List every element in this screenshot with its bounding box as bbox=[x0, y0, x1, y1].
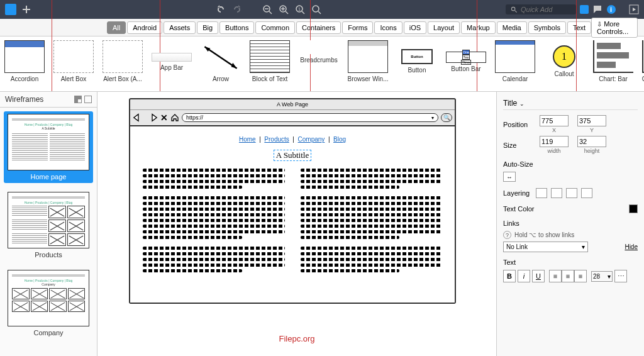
present-button[interactable] bbox=[629, 4, 639, 14]
link-target-select[interactable]: No Link▾ bbox=[503, 242, 588, 252]
search-field-icon: 🔍 bbox=[441, 113, 452, 122]
pos-x-input[interactable] bbox=[540, 115, 569, 126]
library-label: Button bbox=[392, 67, 441, 74]
bold-button[interactable]: B bbox=[503, 270, 516, 282]
app-menu-button[interactable] bbox=[5, 4, 16, 15]
zoom-fit-button[interactable] bbox=[311, 4, 321, 14]
bring-front-button[interactable] bbox=[551, 188, 562, 198]
filter-tab-buttons[interactable]: Buttons bbox=[219, 21, 254, 34]
browser-window-mockup[interactable]: A Web Page ✕ https:// 🔍 Home | Products … bbox=[129, 98, 456, 304]
library-item-alert-box-a-[interactable]: Alert Box (A... bbox=[98, 36, 147, 91]
redo-button[interactable] bbox=[232, 4, 242, 14]
filter-tab-all[interactable]: All bbox=[107, 21, 126, 34]
library-item-app-bar[interactable]: App Bar bbox=[147, 36, 196, 91]
library-label: Calendar bbox=[491, 75, 540, 82]
library-item-block-of-text[interactable]: Block of Text bbox=[245, 36, 294, 91]
info-icon[interactable]: i bbox=[606, 4, 616, 14]
filter-tab-assets[interactable]: Assets bbox=[164, 21, 196, 34]
width-input[interactable] bbox=[540, 136, 569, 147]
close-x-icon: ✕ bbox=[160, 113, 168, 123]
panel-toggle-1[interactable] bbox=[580, 5, 589, 14]
text-color-label: Text Color bbox=[503, 205, 535, 213]
subtitle-selected-element[interactable]: A Subtitle bbox=[274, 150, 311, 161]
quick-add-search[interactable] bbox=[506, 4, 576, 14]
library-label: Browser Win... bbox=[343, 75, 392, 82]
library-label: Breadcrumbs bbox=[294, 57, 343, 64]
filter-tab-common[interactable]: Common bbox=[255, 21, 295, 34]
italic-button[interactable]: i bbox=[518, 270, 530, 282]
comments-icon[interactable] bbox=[592, 4, 602, 14]
text-color-swatch[interactable] bbox=[629, 204, 638, 213]
size-label: Size bbox=[503, 142, 535, 149]
library-label: Alert Box bbox=[49, 75, 98, 82]
canvas-area[interactable]: A Web Page ✕ https:// 🔍 Home | Products … bbox=[97, 92, 496, 356]
top-toolbar: 1 i bbox=[0, 0, 644, 19]
library-item-button[interactable]: ButtonButton bbox=[392, 36, 441, 91]
send-back-button[interactable] bbox=[581, 188, 592, 198]
align-center-button[interactable]: ≡ bbox=[562, 270, 574, 282]
zoom-out-button[interactable] bbox=[262, 4, 272, 14]
zoom-in-button[interactable] bbox=[279, 4, 289, 14]
more-controls-label: More Controls... bbox=[597, 20, 628, 35]
links-hint: Hold ⌥ to show links bbox=[514, 231, 574, 238]
library-item-arrow[interactable]: Arrow bbox=[196, 36, 245, 91]
prop-element-title[interactable]: Title ⌄ bbox=[503, 97, 638, 110]
ui-library-strip: AccordionAlert BoxAlert Box (A...App Bar… bbox=[0, 36, 644, 92]
layering-label: Layering bbox=[503, 189, 530, 197]
pos-y-input[interactable] bbox=[577, 115, 606, 126]
filter-tab-forms[interactable]: Forms bbox=[342, 21, 373, 34]
wireframe-item-company[interactable]: Home | Products | Company | BlogCompanyC… bbox=[4, 267, 93, 339]
text-options-button[interactable]: ⋯ bbox=[614, 270, 627, 282]
list-view-icon[interactable] bbox=[84, 96, 92, 103]
wireframe-item-products[interactable]: Home | Products | Company | BlogProducts bbox=[4, 189, 93, 261]
grid-view-icon[interactable] bbox=[74, 96, 82, 103]
new-tab-button[interactable] bbox=[21, 4, 31, 14]
library-item-accordion[interactable]: Accordion bbox=[0, 36, 49, 91]
library-label: Button Bar bbox=[441, 65, 491, 72]
filter-tab-text[interactable]: Text bbox=[567, 21, 591, 34]
filter-tab-layout[interactable]: Layout bbox=[428, 21, 460, 34]
autosize-button[interactable]: ↔ bbox=[503, 172, 516, 182]
filter-tab-icons[interactable]: Icons bbox=[374, 21, 402, 34]
forward-arrow-icon bbox=[147, 113, 158, 123]
library-item-alert-box[interactable]: Alert Box bbox=[49, 36, 98, 91]
bring-forward-button[interactable] bbox=[536, 188, 547, 198]
help-icon[interactable]: ? bbox=[503, 231, 511, 239]
library-item-callout[interactable]: 1Callout bbox=[540, 36, 589, 91]
svg-point-4 bbox=[313, 6, 319, 12]
library-item-calendar[interactable]: Calendar bbox=[491, 36, 540, 91]
zoom-actual-button[interactable]: 1 bbox=[295, 4, 305, 14]
back-arrow-icon bbox=[133, 113, 144, 123]
hide-link[interactable]: Hide bbox=[625, 243, 638, 250]
send-backward-button[interactable] bbox=[566, 188, 577, 198]
wireframe-item-home-page[interactable]: Home | Products | Company | BlogA Subtit… bbox=[4, 111, 93, 183]
library-label: Block of Text bbox=[245, 75, 294, 82]
align-right-button[interactable]: ≡ bbox=[574, 270, 587, 282]
nav-link[interactable]: Products bbox=[264, 136, 289, 143]
filter-tab-symbols[interactable]: Symbols bbox=[528, 21, 566, 34]
svg-text:1: 1 bbox=[298, 7, 301, 11]
library-label: Chart: Column bbox=[638, 75, 644, 82]
filter-tab-markup[interactable]: Markup bbox=[461, 21, 496, 34]
undo-button[interactable] bbox=[216, 4, 226, 14]
library-item-breadcrumbs[interactable]: Breadcrumbs bbox=[294, 36, 343, 91]
library-item-chart-column[interactable]: Chart: Column bbox=[638, 36, 644, 91]
filter-tab-ios[interactable]: iOS bbox=[404, 21, 426, 34]
nav-link[interactable]: Company bbox=[298, 136, 325, 143]
library-item-button-bar[interactable]: OneTwoThreeButton Bar bbox=[441, 36, 491, 91]
filter-tab-containers[interactable]: Containers bbox=[296, 21, 341, 34]
more-controls-button[interactable]: ⇩ More Controls... bbox=[591, 18, 638, 38]
filter-tab-media[interactable]: Media bbox=[497, 21, 527, 34]
filter-tab-big[interactable]: Big bbox=[197, 21, 218, 34]
height-input[interactable] bbox=[577, 136, 606, 147]
quick-add-input[interactable] bbox=[521, 6, 571, 13]
library-label: Alert Box (A... bbox=[98, 75, 147, 82]
library-item-browser-win-[interactable]: Browser Win... bbox=[343, 36, 392, 91]
filter-tab-android[interactable]: Android bbox=[127, 21, 162, 34]
nav-link[interactable]: Home bbox=[239, 136, 256, 143]
font-size-select[interactable]: 28▾ bbox=[591, 271, 613, 282]
library-item-chart-bar[interactable]: Chart: Bar bbox=[589, 36, 638, 91]
nav-link[interactable]: Blog bbox=[333, 136, 346, 143]
underline-button[interactable]: U bbox=[532, 270, 545, 282]
align-left-button[interactable]: ≡ bbox=[549, 270, 562, 282]
